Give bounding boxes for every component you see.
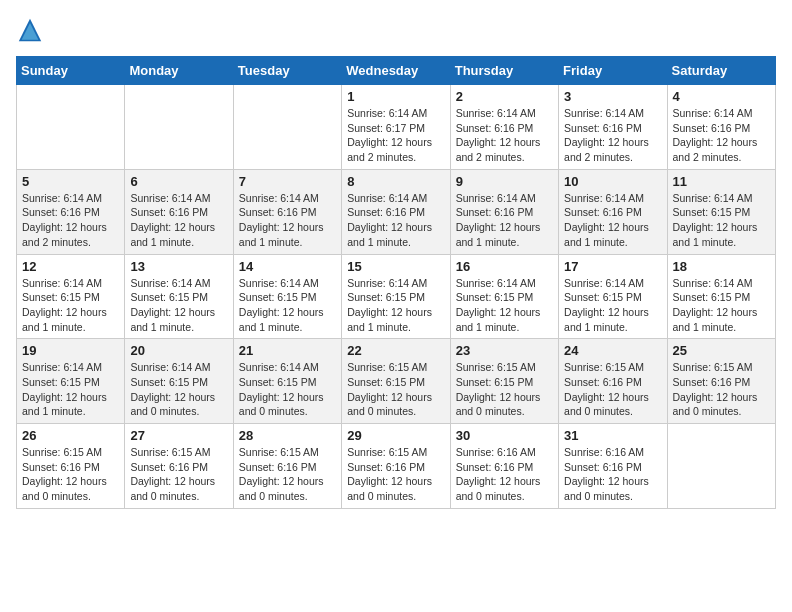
day-number: 12 <box>22 259 119 274</box>
day-cell <box>233 85 341 170</box>
day-info: Sunrise: 6:16 AM Sunset: 6:16 PM Dayligh… <box>564 445 661 504</box>
day-info: Sunrise: 6:14 AM Sunset: 6:16 PM Dayligh… <box>456 191 553 250</box>
day-number: 29 <box>347 428 444 443</box>
day-info: Sunrise: 6:14 AM Sunset: 6:15 PM Dayligh… <box>130 360 227 419</box>
day-info: Sunrise: 6:14 AM Sunset: 6:16 PM Dayligh… <box>456 106 553 165</box>
day-info: Sunrise: 6:14 AM Sunset: 6:16 PM Dayligh… <box>130 191 227 250</box>
day-info: Sunrise: 6:14 AM Sunset: 6:15 PM Dayligh… <box>239 360 336 419</box>
week-row-1: 1Sunrise: 6:14 AM Sunset: 6:17 PM Daylig… <box>17 85 776 170</box>
day-cell: 18Sunrise: 6:14 AM Sunset: 6:15 PM Dayli… <box>667 254 775 339</box>
day-cell <box>17 85 125 170</box>
header-day-thursday: Thursday <box>450 57 558 85</box>
day-number: 8 <box>347 174 444 189</box>
day-info: Sunrise: 6:15 AM Sunset: 6:16 PM Dayligh… <box>239 445 336 504</box>
day-number: 10 <box>564 174 661 189</box>
day-cell: 26Sunrise: 6:15 AM Sunset: 6:16 PM Dayli… <box>17 424 125 509</box>
day-number: 26 <box>22 428 119 443</box>
week-row-3: 12Sunrise: 6:14 AM Sunset: 6:15 PM Dayli… <box>17 254 776 339</box>
day-cell: 5Sunrise: 6:14 AM Sunset: 6:16 PM Daylig… <box>17 169 125 254</box>
week-row-2: 5Sunrise: 6:14 AM Sunset: 6:16 PM Daylig… <box>17 169 776 254</box>
day-cell: 19Sunrise: 6:14 AM Sunset: 6:15 PM Dayli… <box>17 339 125 424</box>
day-cell <box>667 424 775 509</box>
header-day-monday: Monday <box>125 57 233 85</box>
day-cell: 9Sunrise: 6:14 AM Sunset: 6:16 PM Daylig… <box>450 169 558 254</box>
day-cell: 22Sunrise: 6:15 AM Sunset: 6:15 PM Dayli… <box>342 339 450 424</box>
day-number: 14 <box>239 259 336 274</box>
day-number: 18 <box>673 259 770 274</box>
day-info: Sunrise: 6:14 AM Sunset: 6:16 PM Dayligh… <box>22 191 119 250</box>
day-info: Sunrise: 6:14 AM Sunset: 6:16 PM Dayligh… <box>564 106 661 165</box>
day-number: 25 <box>673 343 770 358</box>
day-number: 15 <box>347 259 444 274</box>
day-info: Sunrise: 6:15 AM Sunset: 6:16 PM Dayligh… <box>673 360 770 419</box>
calendar-header: SundayMondayTuesdayWednesdayThursdayFrid… <box>17 57 776 85</box>
day-number: 7 <box>239 174 336 189</box>
page-header <box>16 16 776 44</box>
logo-icon <box>16 16 44 44</box>
day-number: 4 <box>673 89 770 104</box>
day-info: Sunrise: 6:15 AM Sunset: 6:15 PM Dayligh… <box>456 360 553 419</box>
day-info: Sunrise: 6:14 AM Sunset: 6:16 PM Dayligh… <box>239 191 336 250</box>
day-number: 19 <box>22 343 119 358</box>
day-number: 13 <box>130 259 227 274</box>
header-day-sunday: Sunday <box>17 57 125 85</box>
day-info: Sunrise: 6:14 AM Sunset: 6:15 PM Dayligh… <box>22 360 119 419</box>
day-cell: 15Sunrise: 6:14 AM Sunset: 6:15 PM Dayli… <box>342 254 450 339</box>
day-cell: 21Sunrise: 6:14 AM Sunset: 6:15 PM Dayli… <box>233 339 341 424</box>
day-number: 22 <box>347 343 444 358</box>
day-number: 31 <box>564 428 661 443</box>
day-cell: 8Sunrise: 6:14 AM Sunset: 6:16 PM Daylig… <box>342 169 450 254</box>
day-number: 30 <box>456 428 553 443</box>
day-number: 9 <box>456 174 553 189</box>
calendar-table: SundayMondayTuesdayWednesdayThursdayFrid… <box>16 56 776 509</box>
day-cell: 4Sunrise: 6:14 AM Sunset: 6:16 PM Daylig… <box>667 85 775 170</box>
day-info: Sunrise: 6:14 AM Sunset: 6:17 PM Dayligh… <box>347 106 444 165</box>
day-number: 5 <box>22 174 119 189</box>
day-number: 24 <box>564 343 661 358</box>
day-info: Sunrise: 6:15 AM Sunset: 6:16 PM Dayligh… <box>564 360 661 419</box>
day-number: 11 <box>673 174 770 189</box>
header-day-tuesday: Tuesday <box>233 57 341 85</box>
day-info: Sunrise: 6:14 AM Sunset: 6:15 PM Dayligh… <box>456 276 553 335</box>
day-cell: 17Sunrise: 6:14 AM Sunset: 6:15 PM Dayli… <box>559 254 667 339</box>
day-number: 2 <box>456 89 553 104</box>
header-day-wednesday: Wednesday <box>342 57 450 85</box>
day-cell: 3Sunrise: 6:14 AM Sunset: 6:16 PM Daylig… <box>559 85 667 170</box>
day-cell: 20Sunrise: 6:14 AM Sunset: 6:15 PM Dayli… <box>125 339 233 424</box>
day-cell: 12Sunrise: 6:14 AM Sunset: 6:15 PM Dayli… <box>17 254 125 339</box>
day-info: Sunrise: 6:14 AM Sunset: 6:15 PM Dayligh… <box>22 276 119 335</box>
day-cell: 28Sunrise: 6:15 AM Sunset: 6:16 PM Dayli… <box>233 424 341 509</box>
day-number: 27 <box>130 428 227 443</box>
day-info: Sunrise: 6:14 AM Sunset: 6:15 PM Dayligh… <box>564 276 661 335</box>
header-row: SundayMondayTuesdayWednesdayThursdayFrid… <box>17 57 776 85</box>
day-info: Sunrise: 6:14 AM Sunset: 6:15 PM Dayligh… <box>673 191 770 250</box>
day-cell: 25Sunrise: 6:15 AM Sunset: 6:16 PM Dayli… <box>667 339 775 424</box>
week-row-5: 26Sunrise: 6:15 AM Sunset: 6:16 PM Dayli… <box>17 424 776 509</box>
day-number: 16 <box>456 259 553 274</box>
day-info: Sunrise: 6:14 AM Sunset: 6:16 PM Dayligh… <box>347 191 444 250</box>
day-number: 6 <box>130 174 227 189</box>
day-cell: 13Sunrise: 6:14 AM Sunset: 6:15 PM Dayli… <box>125 254 233 339</box>
day-info: Sunrise: 6:14 AM Sunset: 6:15 PM Dayligh… <box>130 276 227 335</box>
day-number: 21 <box>239 343 336 358</box>
day-cell: 30Sunrise: 6:16 AM Sunset: 6:16 PM Dayli… <box>450 424 558 509</box>
day-cell: 23Sunrise: 6:15 AM Sunset: 6:15 PM Dayli… <box>450 339 558 424</box>
day-cell <box>125 85 233 170</box>
day-cell: 16Sunrise: 6:14 AM Sunset: 6:15 PM Dayli… <box>450 254 558 339</box>
day-cell: 24Sunrise: 6:15 AM Sunset: 6:16 PM Dayli… <box>559 339 667 424</box>
day-cell: 7Sunrise: 6:14 AM Sunset: 6:16 PM Daylig… <box>233 169 341 254</box>
day-cell: 1Sunrise: 6:14 AM Sunset: 6:17 PM Daylig… <box>342 85 450 170</box>
day-number: 17 <box>564 259 661 274</box>
day-number: 1 <box>347 89 444 104</box>
day-info: Sunrise: 6:15 AM Sunset: 6:16 PM Dayligh… <box>130 445 227 504</box>
logo <box>16 16 48 44</box>
day-info: Sunrise: 6:14 AM Sunset: 6:16 PM Dayligh… <box>673 106 770 165</box>
day-info: Sunrise: 6:15 AM Sunset: 6:16 PM Dayligh… <box>347 445 444 504</box>
day-cell: 27Sunrise: 6:15 AM Sunset: 6:16 PM Dayli… <box>125 424 233 509</box>
day-number: 3 <box>564 89 661 104</box>
calendar-body: 1Sunrise: 6:14 AM Sunset: 6:17 PM Daylig… <box>17 85 776 509</box>
day-number: 20 <box>130 343 227 358</box>
day-info: Sunrise: 6:14 AM Sunset: 6:16 PM Dayligh… <box>564 191 661 250</box>
day-info: Sunrise: 6:15 AM Sunset: 6:16 PM Dayligh… <box>22 445 119 504</box>
day-info: Sunrise: 6:16 AM Sunset: 6:16 PM Dayligh… <box>456 445 553 504</box>
